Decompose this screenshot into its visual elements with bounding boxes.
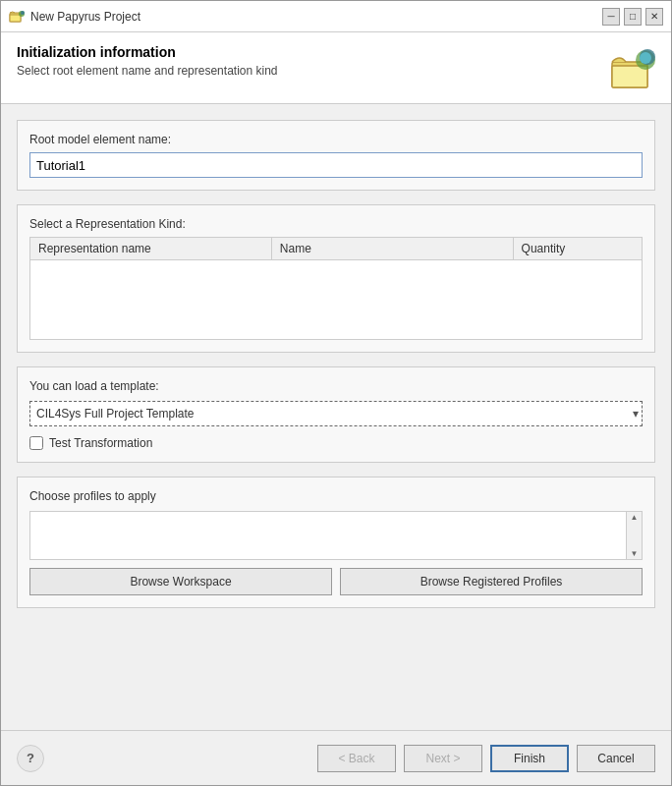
scroll-down-icon[interactable]: ▼ bbox=[631, 549, 639, 558]
browse-registered-profiles-button[interactable]: Browse Registered Profiles bbox=[340, 568, 643, 595]
dialog-window: New Papyrus Project ─ □ ✕ Initialization… bbox=[0, 0, 672, 786]
dialog-icon bbox=[9, 9, 25, 25]
header-icon bbox=[608, 44, 655, 91]
test-transformation-label[interactable]: Test Transformation bbox=[49, 436, 152, 450]
title-bar: New Papyrus Project ─ □ ✕ bbox=[1, 1, 671, 32]
maximize-button[interactable]: □ bbox=[624, 8, 642, 26]
minimize-button[interactable]: ─ bbox=[602, 8, 620, 26]
finish-button[interactable]: Finish bbox=[490, 745, 569, 772]
next-button[interactable]: Next > bbox=[404, 745, 482, 772]
footer-buttons: < Back Next > Finish Cancel bbox=[317, 745, 655, 772]
template-dropdown[interactable]: CIL4Sys Full Project Template None bbox=[29, 401, 643, 426]
name-col-header: Name bbox=[272, 238, 514, 259]
test-transformation-row: Test Transformation bbox=[29, 436, 643, 450]
profiles-buttons: Browse Workspace Browse Registered Profi… bbox=[29, 568, 643, 595]
header-title: Initialization information bbox=[17, 44, 278, 60]
representation-kind-label: Select a Representation Kind: bbox=[29, 217, 643, 231]
svg-rect-1 bbox=[10, 15, 21, 22]
svg-point-8 bbox=[640, 52, 651, 64]
test-transformation-checkbox[interactable] bbox=[29, 436, 43, 450]
help-button[interactable]: ? bbox=[17, 745, 44, 772]
back-button[interactable]: < Back bbox=[317, 745, 396, 772]
main-content: Root model element name: Select a Repres… bbox=[1, 104, 671, 730]
browse-workspace-button[interactable]: Browse Workspace bbox=[29, 568, 332, 595]
header-subtitle: Select root element name and representat… bbox=[17, 64, 278, 78]
representation-kind-section: Select a Representation Kind: Representa… bbox=[17, 204, 655, 353]
svg-point-3 bbox=[21, 11, 25, 15]
template-label: You can load a template: bbox=[29, 379, 643, 393]
profiles-label: Choose profiles to apply bbox=[29, 489, 643, 503]
dialog-title: New Papyrus Project bbox=[30, 10, 602, 24]
footer: ? < Back Next > Finish Cancel bbox=[1, 730, 671, 785]
table-body bbox=[30, 260, 642, 339]
template-dropdown-wrapper: CIL4Sys Full Project Template None ▾ bbox=[29, 401, 643, 426]
qty-col-header: Quantity bbox=[514, 238, 642, 259]
profiles-section: Choose profiles to apply ▲ ▼ Browse Work… bbox=[17, 477, 655, 608]
header-text: Initialization information Select root e… bbox=[17, 44, 278, 78]
profiles-scrollbar: ▲ ▼ bbox=[626, 512, 642, 559]
root-model-label: Root model element name: bbox=[29, 133, 643, 146]
representation-table: Representation name Name Quantity bbox=[29, 237, 643, 340]
root-model-section: Root model element name: bbox=[17, 120, 655, 191]
window-controls: ─ □ ✕ bbox=[602, 8, 663, 26]
profiles-listbox[interactable]: ▲ ▼ bbox=[29, 511, 643, 560]
scroll-up-icon[interactable]: ▲ bbox=[631, 513, 639, 522]
table-header: Representation name Name Quantity bbox=[30, 238, 642, 260]
cancel-button[interactable]: Cancel bbox=[577, 745, 655, 772]
rep-name-col-header: Representation name bbox=[30, 238, 272, 259]
template-section: You can load a template: CIL4Sys Full Pr… bbox=[17, 366, 655, 463]
close-button[interactable]: ✕ bbox=[645, 8, 663, 26]
root-model-input[interactable] bbox=[29, 152, 643, 178]
header-section: Initialization information Select root e… bbox=[1, 32, 671, 104]
